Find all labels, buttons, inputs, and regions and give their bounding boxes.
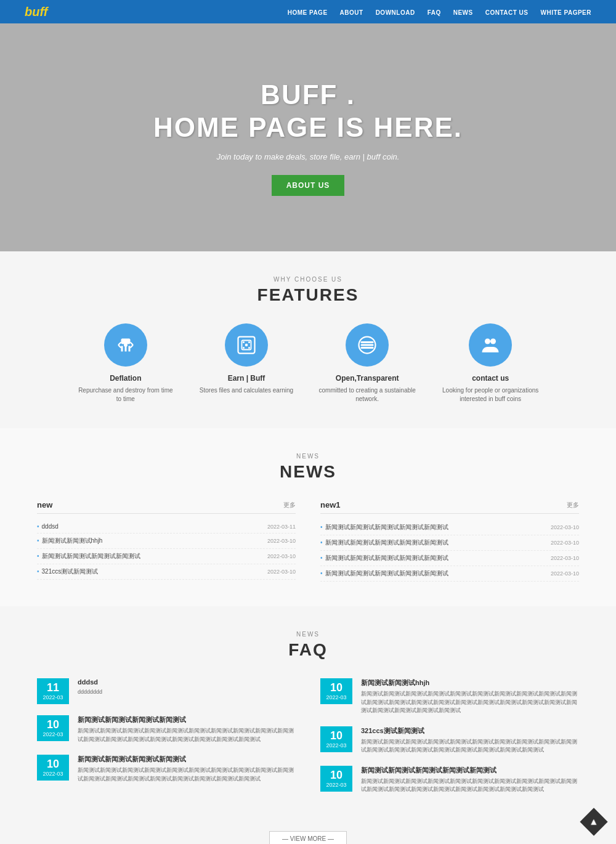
faq-content: 新闻测试新闻测试新闻测试新闻测试 新闻测试新闻测试新闻测试新闻测试新闻测试新闻测…: [78, 715, 296, 744]
list-item[interactable]: •新闻测试新闻测试新闻测试新闻测试新闻测试2022-03-10: [320, 520, 579, 535]
svg-point-0: [124, 343, 128, 347]
faq-date-box: 11 2022-03: [37, 678, 69, 704]
svg-point-13: [490, 339, 496, 344]
news-title: NEWS: [37, 462, 579, 482]
nav-link[interactable]: DOWNLOAD: [376, 9, 415, 16]
faq-date-box: 10 2022-03: [320, 726, 352, 752]
news-col-2-title: new1: [320, 500, 341, 509]
feature-open: Open,Transparent committed to creating a…: [318, 323, 416, 404]
navbar: buff HOME PAGEABOUTDOWNLOADFAQNEWSCONTAC…: [0, 0, 616, 23]
hero-section: BUFF . HOME PAGE IS HERE. Join today to …: [0, 23, 616, 251]
features-section: WHY CHOOSE US FEATURES Deflation Repurch…: [0, 251, 616, 428]
faq-item[interactable]: 10 2022-03 新闻测试新闻测试新闻测试新闻测试新闻测试 新闻测试新闻测试…: [320, 766, 579, 794]
feature-earn: Earn | Buff Stores files and calculates …: [200, 323, 293, 404]
feature-deflation-name: Deflation: [110, 374, 141, 383]
faq-date-box: 10 2022-03: [37, 755, 69, 781]
faq-item[interactable]: 10 2022-03 新闻测试新闻测试新闻测试新闻测试 新闻测试新闻测试新闻测试…: [37, 715, 296, 744]
faq-item[interactable]: 10 2022-03 321ccs测试新闻测试 新闻测试新闻测试新闻测试新闻测试…: [320, 726, 579, 755]
feature-open-name: Open,Transparent: [336, 374, 399, 383]
list-item[interactable]: •新闻测试新闻测试新闻测试新闻测试新闻测试2022-03-10: [320, 551, 579, 566]
feature-contact-desc: Looking for people or organizations inte…: [441, 386, 540, 404]
features-title: FEATURES: [49, 285, 567, 305]
svg-point-5: [243, 347, 245, 349]
nav-link[interactable]: HOME PAGE: [288, 9, 328, 16]
news-list-1: •dddsd2022-03-11 •新闻测试新闻测试hhjh2022-03-10…: [37, 520, 296, 580]
open-icon: [356, 334, 378, 356]
list-item[interactable]: •新闻测试新闻测试新闻测试新闻测试2022-03-10: [37, 549, 296, 564]
list-item[interactable]: •新闻测试新闻测试新闻测试新闻测试新闻测试2022-03-10: [320, 535, 579, 551]
contact-icon: [479, 334, 501, 356]
faq-label: NEWS: [37, 631, 579, 638]
list-item[interactable]: •新闻测试新闻测试hhjh2022-03-10: [37, 534, 296, 549]
svg-point-6: [248, 347, 250, 349]
news-col-2-header: new1 更多: [320, 500, 579, 514]
faq-section: NEWS FAQ 11 2022-03 dddsd dddddddd 10 20…: [0, 606, 616, 819]
news-col-2: new1 更多 •新闻测试新闻测试新闻测试新闻测试新闻测试2022-03-10 …: [320, 500, 579, 582]
feature-deflation: Deflation Repurchase and destroy from ti…: [76, 323, 175, 404]
svg-point-3: [243, 341, 245, 343]
view-more-button[interactable]: — VIEW MORE —: [269, 831, 347, 845]
navbar-links: HOME PAGEABOUTDOWNLOADFAQNEWSCONTACT USW…: [288, 6, 591, 17]
faq-date-box: 10 2022-03: [37, 715, 69, 741]
features-grid: Deflation Repurchase and destroy from ti…: [49, 323, 567, 404]
feature-contact: contact us Looking for people or organiz…: [441, 323, 540, 404]
faq-col-2: 10 2022-03 新闻测试新闻测试hhjh 新闻测试新闻测试新闻测试新闻测试…: [320, 678, 579, 794]
contact-icon-circle: [469, 323, 512, 367]
news-col-1-title: new: [37, 500, 52, 509]
features-label: WHY CHOOSE US: [49, 276, 567, 283]
hero-subtitle: Join today to make deals, store file, ea…: [217, 152, 400, 161]
open-icon-circle: [346, 323, 389, 367]
list-item[interactable]: •321ccs测试新闻测试2022-03-10: [37, 564, 296, 580]
faq-content: 321ccs测试新闻测试 新闻测试新闻测试新闻测试新闻测试新闻测试新闻测试新闻测…: [361, 726, 579, 755]
faq-date-box: 10 2022-03: [320, 678, 352, 704]
faq-title: FAQ: [37, 640, 579, 660]
svg-point-7: [245, 344, 248, 347]
faq-item[interactable]: 10 2022-03 新闻测试新闻测试新闻测试新闻测试 新闻测试新闻测试新闻测试…: [37, 755, 296, 783]
earn-icon: [235, 334, 257, 356]
nav-link[interactable]: NEWS: [453, 9, 473, 16]
news-section: NEWS NEWS new 更多 •dddsd2022-03-11 •新闻测试新…: [0, 428, 616, 606]
deflation-icon: [115, 334, 137, 356]
faq-content: 新闻测试新闻测试新闻测试新闻测试新闻测试 新闻测试新闻测试新闻测试新闻测试新闻测…: [361, 766, 579, 794]
about-us-button[interactable]: ABOUT US: [272, 175, 345, 196]
news-list-2: •新闻测试新闻测试新闻测试新闻测试新闻测试2022-03-10 •新闻测试新闻测…: [320, 520, 579, 582]
faq-content: 新闻测试新闻测试新闻测试新闻测试 新闻测试新闻测试新闻测试新闻测试新闻测试新闻测…: [78, 755, 296, 783]
feature-open-desc: committed to creating a sustainable netw…: [318, 386, 416, 404]
list-item[interactable]: •新闻测试新闻测试新闻测试新闻测试新闻测试2022-03-10: [320, 566, 579, 582]
nav-link[interactable]: CONTACT US: [485, 9, 529, 16]
feature-contact-name: contact us: [472, 374, 509, 383]
feature-earn-name: Earn | Buff: [228, 374, 265, 383]
nav-link[interactable]: FAQ: [428, 9, 441, 16]
nav-link[interactable]: WHITE PAGPER: [541, 9, 591, 16]
faq-date-box: 10 2022-03: [320, 766, 352, 792]
news-grid: new 更多 •dddsd2022-03-11 •新闻测试新闻测试hhjh202…: [37, 500, 579, 582]
earn-icon-circle: [225, 323, 268, 367]
faq-item[interactable]: 11 2022-03 dddsd dddddddd: [37, 678, 296, 704]
svg-point-4: [248, 341, 250, 343]
faq-content: dddsd dddddddd: [78, 678, 296, 697]
feature-earn-desc: Stores files and calculates earning: [200, 386, 293, 395]
news-col-1-more[interactable]: 更多: [283, 501, 296, 509]
svg-point-12: [485, 339, 490, 344]
feature-deflation-desc: Repurchase and destroy from time to time: [76, 386, 175, 404]
faq-grid: 11 2022-03 dddsd dddddddd 10 2022-03 新闻测…: [37, 678, 579, 794]
news-col-1: new 更多 •dddsd2022-03-11 •新闻测试新闻测试hhjh202…: [37, 500, 296, 582]
list-item[interactable]: •dddsd2022-03-11: [37, 520, 296, 534]
faq-content: 新闻测试新闻测试hhjh 新闻测试新闻测试新闻测试新闻测试新闻测试新闻测试新闻测…: [361, 678, 579, 715]
faq-item[interactable]: 10 2022-03 新闻测试新闻测试hhjh 新闻测试新闻测试新闻测试新闻测试…: [320, 678, 579, 715]
deflation-icon-circle: [104, 323, 147, 367]
nav-link[interactable]: ABOUT: [340, 9, 363, 16]
hero-title: BUFF . HOME PAGE IS HERE.: [153, 79, 463, 144]
navbar-logo[interactable]: buff: [25, 5, 47, 19]
news-col-1-header: new 更多: [37, 500, 296, 514]
news-col-2-more[interactable]: 更多: [567, 501, 579, 509]
news-label: NEWS: [37, 453, 579, 460]
faq-col-1: 11 2022-03 dddsd dddddddd 10 2022-03 新闻测…: [37, 678, 296, 794]
view-more-section: — VIEW MORE —: [0, 819, 616, 845]
